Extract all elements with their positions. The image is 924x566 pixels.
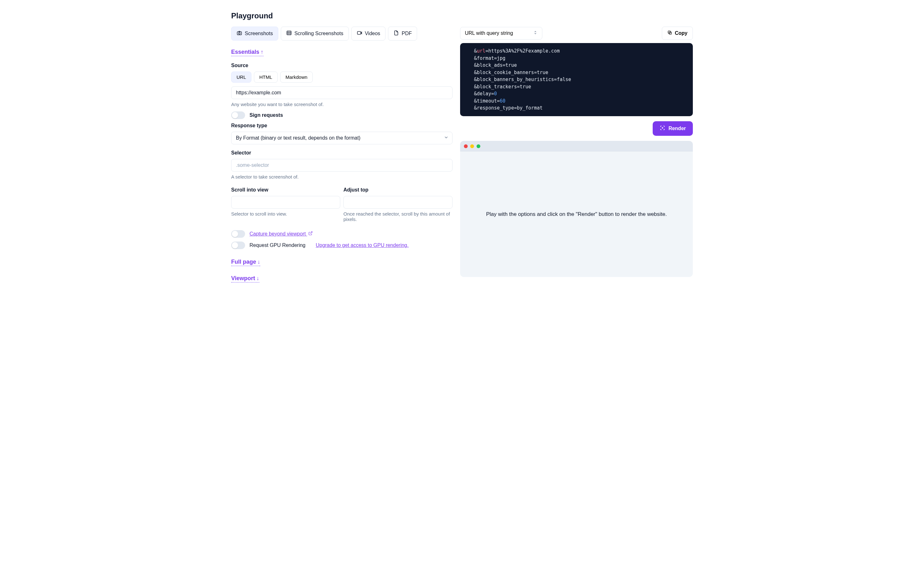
tab-pdf[interactable]: PDF [388,27,417,41]
section-label: Essentials [231,49,259,55]
chevron-up-down-icon [533,30,538,36]
svg-point-11 [662,127,663,128]
section-essentials[interactable]: Essentials↑ [231,49,263,56]
source-label: Source [231,63,453,68]
url-input[interactable] [231,86,453,99]
tab-label: Scrolling Screenshots [294,31,344,36]
copy-label: Copy [675,30,687,36]
video-icon [357,30,362,37]
source-segmented: URL HTML Markdown [231,72,453,83]
scroll-into-view-input[interactable] [231,196,340,209]
render-label: Render [669,126,686,131]
code-mode-select[interactable]: URL with query string [460,27,542,39]
svg-rect-0 [237,32,242,35]
source-url[interactable]: URL [231,72,251,83]
selector-label: Selector [231,150,453,156]
url-help: Any website you want to take screenshot … [231,102,453,107]
arrow-down-icon: ↓ [257,259,260,265]
svg-point-1 [238,33,240,34]
adjust-top-help: Once reached the selector, scroll by thi… [344,211,453,222]
link-label: Capture beyond viewport [249,231,306,236]
selector-input[interactable] [231,159,453,172]
copy-icon [667,30,672,36]
arrow-up-icon: ↑ [261,49,263,55]
film-icon [286,30,292,37]
render-button[interactable]: Render [652,121,693,136]
preview-placeholder: Play with the options and click on the "… [486,211,667,217]
tab-scrolling-screenshots[interactable]: Scrolling Screenshots [281,27,349,41]
window-dot-green [477,145,480,148]
section-label: Viewport [231,275,255,281]
tab-screenshots[interactable]: Screenshots [231,27,278,41]
selector-help: A selector to take screenshot of. [231,174,453,179]
section-viewport[interactable]: Viewport↓ [231,275,259,283]
external-link-icon [308,231,313,237]
preview-titlebar [460,141,693,152]
arrow-down-icon: ↓ [256,275,259,281]
code-block: &url=https%3A%2F%2Fexample.com &format=j… [460,43,693,116]
scroll-into-view-label: Scroll into view [231,187,340,193]
source-html[interactable]: HTML [254,72,278,83]
scroll-into-view-help: Selector to scroll into view. [231,211,340,217]
code-mode-value: URL with query string [465,30,513,36]
request-type-tabs: Screenshots Scrolling Screenshots Videos [231,27,453,41]
source-markdown[interactable]: Markdown [280,72,313,83]
tab-videos[interactable]: Videos [351,27,386,41]
sign-requests-toggle[interactable] [231,111,245,119]
file-icon [393,30,399,37]
response-type-label: Response type [231,123,453,128]
sign-requests-label: Sign requests [249,112,283,118]
gpu-rendering-toggle[interactable] [231,242,245,249]
tab-label: Videos [365,31,380,36]
tab-label: Screenshots [245,31,273,36]
capture-beyond-viewport-toggle[interactable] [231,230,245,238]
tab-label: PDF [402,31,412,36]
camera-icon [237,30,242,37]
svg-rect-6 [357,32,361,35]
adjust-top-label: Adjust top [344,187,453,193]
response-type-select[interactable]: By Format (binary or text result, depend… [231,132,453,145]
svg-line-8 [310,232,312,233]
preview-frame: Play with the options and click on the "… [460,141,693,277]
gpu-rendering-label: Request GPU Rendering [249,242,306,248]
scan-icon [660,125,665,132]
window-dot-red [464,145,468,148]
section-full-page[interactable]: Full page↓ [231,259,260,266]
window-dot-yellow [470,145,474,148]
capture-beyond-viewport-link[interactable]: Capture beyond viewport [249,231,313,237]
section-label: Full page [231,259,256,265]
page-title: Playground [231,11,693,20]
adjust-top-input[interactable] [344,196,453,209]
gpu-upgrade-link[interactable]: Upgrade to get access to GPU rendering. [316,242,408,248]
copy-button[interactable]: Copy [662,27,693,40]
